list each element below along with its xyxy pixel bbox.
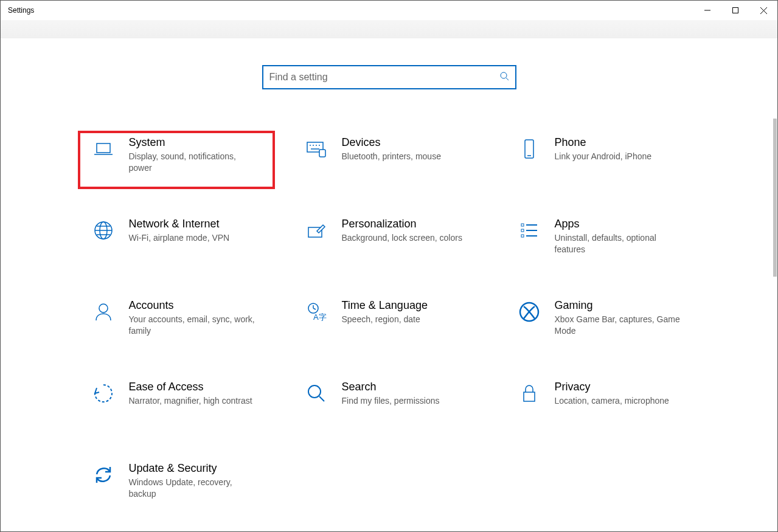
tile-gaming[interactable]: Gaming Xbox Game Bar, captures, Game Mod…: [505, 295, 700, 351]
minimize-button[interactable]: [693, 1, 721, 20]
tile-desc: Link your Android, iPhone: [555, 151, 652, 162]
tile-network[interactable]: Network & Internet Wi-Fi, airplane mode,…: [79, 213, 274, 269]
header-strip: [1, 20, 777, 38]
svg-line-5: [506, 78, 509, 80]
person-icon: [91, 300, 116, 324]
close-button[interactable]: [749, 1, 777, 20]
search-icon: [499, 71, 509, 83]
tile-accounts[interactable]: Accounts Your accounts, email, sync, wor…: [79, 295, 274, 351]
search-input[interactable]: [269, 72, 499, 83]
tile-update[interactable]: Update & Security Windows Update, recove…: [79, 458, 274, 514]
tile-apps[interactable]: Apps Uninstall, defaults, optional featu…: [505, 213, 700, 269]
window-title: Settings: [8, 6, 34, 15]
tile-desc: Background, lock screen, colors: [342, 232, 462, 244]
settings-grid: System Display, sound, notifications, po…: [79, 132, 700, 514]
tile-title: Update & Security: [129, 461, 257, 475]
tile-desc: Location, camera, microphone: [555, 395, 669, 407]
tile-desc: Narrator, magnifier, high contrast: [129, 395, 252, 407]
tile-title: Privacy: [555, 380, 669, 394]
tile-title: Accounts: [129, 299, 257, 313]
tile-title: Phone: [555, 136, 652, 150]
tile-desc: Speech, region, date: [342, 314, 428, 325]
window-controls: [693, 1, 777, 20]
svg-text:A字: A字: [313, 313, 327, 322]
svg-rect-37: [524, 392, 535, 401]
search-box[interactable]: [262, 65, 516, 89]
tile-title: Search: [342, 380, 440, 394]
tile-privacy[interactable]: Privacy Location, camera, microphone: [505, 376, 700, 432]
tile-phone[interactable]: Phone Link your Android, iPhone: [505, 132, 700, 188]
tile-system[interactable]: System Display, sound, notifications, po…: [79, 132, 274, 188]
svg-rect-14: [319, 150, 325, 157]
tile-time[interactable]: A字 Time & Language Speech, region, date: [292, 295, 487, 351]
time-language-icon: A字: [304, 300, 328, 324]
tile-title: Apps: [555, 217, 682, 231]
svg-point-4: [501, 72, 507, 78]
tile-title: Ease of Access: [129, 380, 252, 394]
ease-of-access-icon: [91, 381, 116, 406]
svg-line-32: [313, 308, 316, 309]
tile-ease-of-access[interactable]: Ease of Access Narrator, magnifier, high…: [79, 376, 274, 432]
tile-title: Devices: [342, 136, 441, 150]
tile-desc: Xbox Game Bar, captures, Game Mode: [555, 314, 682, 337]
tile-devices[interactable]: Devices Bluetooth, printers, mouse: [292, 132, 487, 188]
tile-title: Personalization: [342, 217, 462, 231]
tile-personalization[interactable]: Personalization Background, lock screen,…: [292, 213, 487, 269]
scrollbar[interactable]: [773, 119, 777, 277]
tile-desc: Wi-Fi, airplane mode, VPN: [129, 232, 230, 244]
svg-point-35: [308, 385, 321, 398]
tile-desc: Bluetooth, printers, mouse: [342, 151, 441, 162]
update-icon: [91, 463, 116, 487]
svg-rect-25: [521, 235, 524, 237]
tile-desc: Uninstall, defaults, optional features: [555, 232, 682, 255]
maximize-button[interactable]: [721, 1, 749, 20]
tile-title: Time & Language: [342, 299, 428, 313]
keyboard-icon: [304, 137, 328, 161]
apps-icon: [517, 218, 541, 243]
svg-rect-23: [521, 224, 524, 226]
lock-icon: [517, 381, 541, 406]
titlebar: Settings: [1, 1, 777, 20]
tile-search[interactable]: Search Find my files, permissions: [292, 376, 487, 432]
phone-icon: [517, 137, 541, 161]
tile-desc: Display, sound, notifications, power: [129, 151, 257, 174]
globe-icon: [91, 218, 116, 243]
xbox-icon: [517, 300, 541, 324]
content: System Display, sound, notifications, po…: [1, 38, 777, 514]
svg-point-29: [99, 304, 108, 313]
tile-title: Network & Internet: [129, 217, 230, 231]
magnifier-icon: [304, 381, 328, 406]
svg-rect-24: [521, 229, 524, 232]
tile-title: Gaming: [555, 299, 682, 313]
tile-title: System: [129, 136, 257, 150]
tile-desc: Your accounts, email, sync, work, family: [129, 314, 257, 337]
laptop-icon: [91, 137, 116, 161]
svg-line-36: [319, 396, 324, 401]
tile-desc: Find my files, permissions: [342, 395, 440, 407]
svg-rect-6: [97, 143, 110, 153]
svg-rect-1: [733, 8, 738, 13]
paint-icon: [304, 218, 328, 243]
tile-desc: Windows Update, recovery, backup: [129, 477, 257, 500]
